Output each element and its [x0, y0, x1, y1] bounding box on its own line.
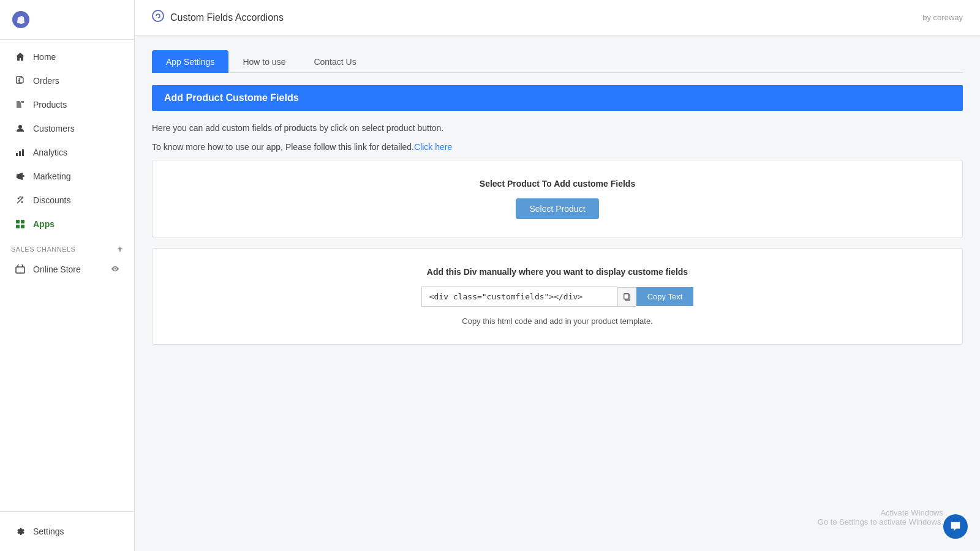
- svg-rect-10: [21, 220, 24, 223]
- apps-icon: [15, 219, 26, 230]
- sidebar-item-home[interactable]: Home: [4, 45, 130, 69]
- copy-icon-btn[interactable]: [617, 287, 636, 307]
- tab-contact-us[interactable]: Contact Us: [300, 50, 370, 73]
- topbar-by-label: by coreway: [922, 13, 963, 22]
- add-sales-channel-icon[interactable]: +: [117, 244, 123, 255]
- svg-rect-13: [16, 267, 24, 273]
- click-here-link[interactable]: Click here: [414, 142, 452, 152]
- section-header: Add Product Custome Fields: [152, 85, 963, 111]
- svg-rect-4: [19, 151, 21, 156]
- sidebar-label-online-store: Online Store: [33, 264, 81, 274]
- svg-rect-12: [21, 225, 24, 228]
- svg-point-6: [23, 175, 24, 177]
- sidebar-label-marketing: Marketing: [33, 171, 70, 181]
- online-store-icon: [15, 264, 26, 275]
- sidebar-item-apps[interactable]: Apps: [4, 212, 130, 236]
- svg-point-15: [153, 10, 164, 21]
- sidebar-bottom: Settings: [0, 511, 134, 551]
- sidebar-label-discounts: Discounts: [33, 195, 70, 205]
- page-content: App Settings How to use Contact Us Add P…: [135, 36, 980, 369]
- tab-how-to-use[interactable]: How to use: [228, 50, 300, 73]
- svg-rect-3: [16, 153, 18, 156]
- description-2: To know more how to use our app, Please …: [152, 141, 963, 154]
- code-hint: Copy this html code and add in your prod…: [462, 317, 652, 326]
- marketing-icon: [15, 171, 26, 182]
- select-product-button[interactable]: Select Product: [516, 198, 598, 219]
- sidebar-nav: Home Orders Products Customers: [0, 40, 134, 511]
- sidebar-item-marketing[interactable]: Marketing: [4, 165, 130, 188]
- svg-rect-9: [16, 220, 20, 223]
- sidebar-label-analytics: Analytics: [33, 148, 67, 157]
- sales-channels-section: SALES CHANNELS +: [0, 236, 134, 257]
- topbar: Custom Fields Accordions by coreway: [135, 0, 980, 36]
- div-card-title: Add this Div manually where you want to …: [427, 267, 688, 277]
- select-product-card-title: Select Product To Add custome Fields: [480, 179, 635, 189]
- copy-text-button[interactable]: Copy Text: [636, 287, 694, 306]
- sidebar-item-customers[interactable]: Customers: [4, 117, 130, 140]
- sidebar-item-settings[interactable]: Settings: [4, 520, 130, 543]
- svg-rect-5: [22, 149, 24, 156]
- sidebar-label-apps: Apps: [33, 219, 55, 229]
- home-icon: [15, 51, 26, 62]
- sidebar-label-customers: Customers: [33, 124, 75, 133]
- div-code-card: Add this Div manually where you want to …: [152, 248, 963, 345]
- orders-icon: [15, 75, 26, 86]
- chat-bubble-button[interactable]: [943, 514, 968, 539]
- code-row: Copy Text: [421, 287, 694, 307]
- sidebar-item-online-store[interactable]: Online Store: [4, 258, 130, 281]
- svg-point-14: [115, 268, 116, 269]
- analytics-icon: [15, 147, 26, 158]
- svg-point-2: [18, 125, 22, 129]
- code-input-field[interactable]: [421, 287, 617, 307]
- description-1: Here you can add custom fields of produc…: [152, 122, 963, 135]
- sidebar: Home Orders Products Customers: [0, 0, 135, 551]
- svg-rect-17: [624, 293, 628, 299]
- sidebar-item-products[interactable]: Products: [4, 93, 130, 116]
- topbar-app-icon: [152, 10, 164, 25]
- sidebar-label-settings: Settings: [33, 527, 64, 536]
- sidebar-label-products: Products: [33, 100, 67, 110]
- products-icon: [15, 99, 26, 110]
- discounts-icon: [15, 195, 26, 206]
- customers-icon: [15, 123, 26, 134]
- topbar-left: Custom Fields Accordions: [152, 10, 284, 25]
- svg-rect-11: [16, 225, 20, 228]
- settings-icon: [15, 526, 26, 537]
- topbar-title: Custom Fields Accordions: [170, 12, 284, 23]
- tab-app-settings[interactable]: App Settings: [152, 50, 228, 73]
- description-2-prefix: To know more how to use our app, Please …: [152, 142, 414, 152]
- sidebar-logo: [0, 0, 134, 40]
- main-content: Custom Fields Accordions by coreway App …: [135, 0, 980, 551]
- shopify-logo-icon: [12, 11, 29, 28]
- sidebar-label-orders: Orders: [33, 76, 59, 86]
- sidebar-item-discounts[interactable]: Discounts: [4, 189, 130, 212]
- svg-point-8: [21, 201, 23, 203]
- sidebar-item-orders[interactable]: Orders: [4, 69, 130, 92]
- sidebar-item-analytics[interactable]: Analytics: [4, 141, 130, 164]
- online-store-visibility-icon[interactable]: [111, 264, 119, 275]
- svg-rect-1: [20, 78, 23, 83]
- sidebar-label-home: Home: [33, 52, 56, 62]
- tabs-bar: App Settings How to use Contact Us: [152, 50, 963, 73]
- select-product-card: Select Product To Add custome Fields Sel…: [152, 160, 963, 238]
